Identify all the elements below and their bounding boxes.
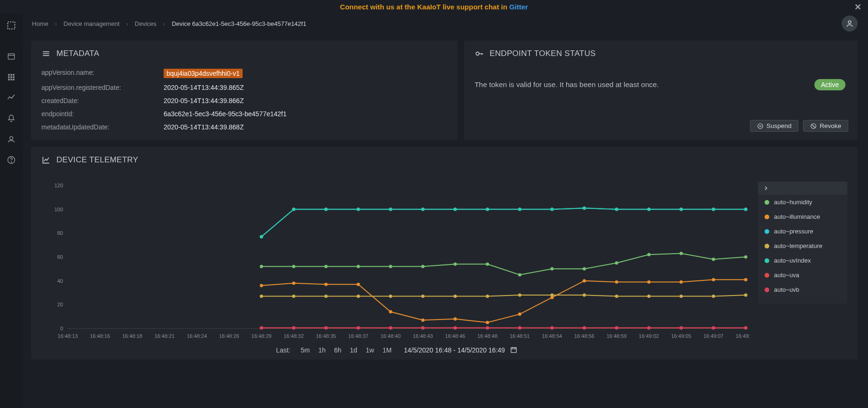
- svg-point-15: [476, 52, 479, 56]
- metadata-value: 2020-05-14T13:44:39.865Z: [164, 84, 244, 91]
- svg-point-75: [615, 280, 618, 284]
- svg-text:16:49:05: 16:49:05: [671, 333, 691, 339]
- banner-link[interactable]: Gitter: [509, 3, 528, 11]
- legend-swatch: [765, 273, 769, 278]
- svg-text:20: 20: [57, 302, 63, 307]
- sidebar-item-users[interactable]: [2, 130, 21, 149]
- metadata-key: endpointId:: [41, 110, 164, 118]
- svg-point-106: [583, 294, 586, 297]
- metadata-title: METADATA: [56, 49, 99, 58]
- time-range-option[interactable]: 1d: [350, 346, 357, 354]
- svg-point-123: [615, 208, 618, 211]
- svg-point-100: [389, 295, 392, 298]
- svg-point-97: [292, 295, 295, 298]
- svg-point-79: [744, 278, 748, 281]
- svg-point-60: [647, 253, 651, 256]
- legend-item[interactable]: auto~pressure: [758, 224, 847, 239]
- svg-text:16:48:59: 16:48:59: [607, 333, 627, 339]
- svg-text:16:48:24: 16:48:24: [187, 333, 207, 339]
- chevron-right-icon: ›: [55, 20, 57, 27]
- svg-rect-9: [10, 79, 12, 80]
- metadata-key: metadataUpdatedDate:: [41, 123, 164, 131]
- svg-text:16:48:18: 16:48:18: [122, 333, 142, 339]
- svg-point-57: [551, 267, 554, 271]
- svg-text:16:48:26: 16:48:26: [219, 333, 239, 339]
- time-range-option[interactable]: 5m: [300, 346, 309, 354]
- close-icon[interactable]: ✕: [854, 2, 861, 12]
- legend-item[interactable]: auto~illuminance: [758, 209, 847, 224]
- svg-point-104: [518, 294, 521, 297]
- svg-point-120: [518, 208, 521, 211]
- svg-point-101: [421, 295, 425, 298]
- svg-point-105: [551, 294, 554, 297]
- calendar-icon: [510, 346, 518, 354]
- key-icon: [474, 49, 484, 58]
- svg-point-51: [357, 265, 360, 268]
- time-range-option[interactable]: 6h: [334, 346, 342, 354]
- svg-text:0: 0: [60, 326, 63, 331]
- time-range-option[interactable]: 1M: [383, 346, 392, 354]
- svg-point-150: [454, 326, 457, 329]
- svg-rect-0: [8, 22, 15, 29]
- breadcrumb-devices[interactable]: Devices: [135, 20, 157, 27]
- svg-point-54: [454, 263, 457, 266]
- metadata-row: createdDate:2020-05-14T13:44:39.866Z: [41, 97, 447, 104]
- svg-point-66: [324, 283, 328, 286]
- sidebar-item-help[interactable]: [2, 151, 21, 169]
- svg-text:40: 40: [57, 278, 63, 284]
- legend-item[interactable]: auto~uva: [758, 268, 847, 282]
- legend-toggle[interactable]: [758, 182, 847, 195]
- svg-point-118: [454, 208, 457, 211]
- svg-point-155: [615, 326, 618, 329]
- svg-point-61: [679, 252, 683, 255]
- legend-item[interactable]: auto~humidity: [758, 195, 847, 209]
- chart-legend: auto~humidityauto~illuminanceauto~pressu…: [758, 182, 847, 304]
- breadcrumb-home[interactable]: Home: [32, 20, 48, 27]
- svg-point-99: [357, 295, 360, 298]
- svg-point-50: [324, 265, 328, 268]
- telemetry-panel: DEVICE TELEMETRY 02040608010012016:48:13…: [31, 147, 858, 360]
- telemetry-chart: 02040608010012016:48:1316:48:1616:48:181…: [45, 182, 750, 342]
- time-range-option[interactable]: 1w: [366, 346, 374, 354]
- logo-icon[interactable]: [2, 16, 21, 35]
- svg-point-65: [292, 281, 295, 285]
- svg-point-68: [389, 310, 392, 313]
- time-range-option[interactable]: 1h: [318, 346, 326, 354]
- revoke-button[interactable]: Revoke: [803, 120, 848, 132]
- svg-point-122: [583, 207, 586, 210]
- svg-text:16:48:48: 16:48:48: [477, 333, 497, 339]
- svg-point-107: [615, 295, 618, 298]
- svg-point-144: [260, 326, 263, 329]
- svg-point-69: [421, 319, 425, 322]
- chevron-right-icon: ›: [163, 20, 165, 27]
- legend-item[interactable]: auto~uvb: [758, 282, 847, 297]
- topbar: Home › Device management › Devices › Dev…: [23, 13, 868, 34]
- legend-item[interactable]: auto~temperature: [758, 239, 847, 253]
- sidebar-item-alerts[interactable]: [2, 109, 21, 128]
- timebar-label: Last:: [276, 346, 290, 354]
- metadata-value: 2020-05-14T13:44:39.868Z: [164, 123, 244, 131]
- sidebar-item-dashboard[interactable]: [2, 47, 21, 66]
- legend-label: auto~pressure: [774, 228, 813, 235]
- svg-rect-3: [10, 74, 12, 75]
- breadcrumb-devmgmt[interactable]: Device management: [63, 20, 119, 27]
- svg-text:16:48:32: 16:48:32: [284, 333, 304, 339]
- sidebar-item-analytics[interactable]: [2, 88, 21, 107]
- user-avatar[interactable]: [842, 16, 858, 32]
- svg-point-125: [679, 208, 683, 211]
- sidebar-item-apps[interactable]: [2, 68, 21, 87]
- suspend-button[interactable]: Suspend: [750, 120, 798, 132]
- top-banner: Connect with us at the KaaIoT live suppo…: [0, 0, 868, 13]
- legend-label: auto~temperature: [774, 242, 822, 249]
- legend-item[interactable]: auto~uvIndex: [758, 253, 847, 268]
- svg-point-71: [486, 321, 489, 324]
- token-message: The token is valid for use. It has been …: [474, 80, 659, 89]
- svg-point-59: [615, 261, 618, 264]
- metadata-row: appVersion.name:bquj4ia03p4dsvefhhi0-v1: [41, 69, 447, 78]
- legend-swatch: [765, 244, 769, 248]
- date-range-picker[interactable]: 14/5/2020 16:48 - 14/5/2020 16:49: [402, 345, 520, 355]
- svg-point-113: [292, 208, 295, 211]
- svg-rect-10: [13, 79, 14, 80]
- svg-text:16:49:07: 16:49:07: [703, 333, 724, 339]
- legend-label: auto~humidity: [774, 199, 812, 206]
